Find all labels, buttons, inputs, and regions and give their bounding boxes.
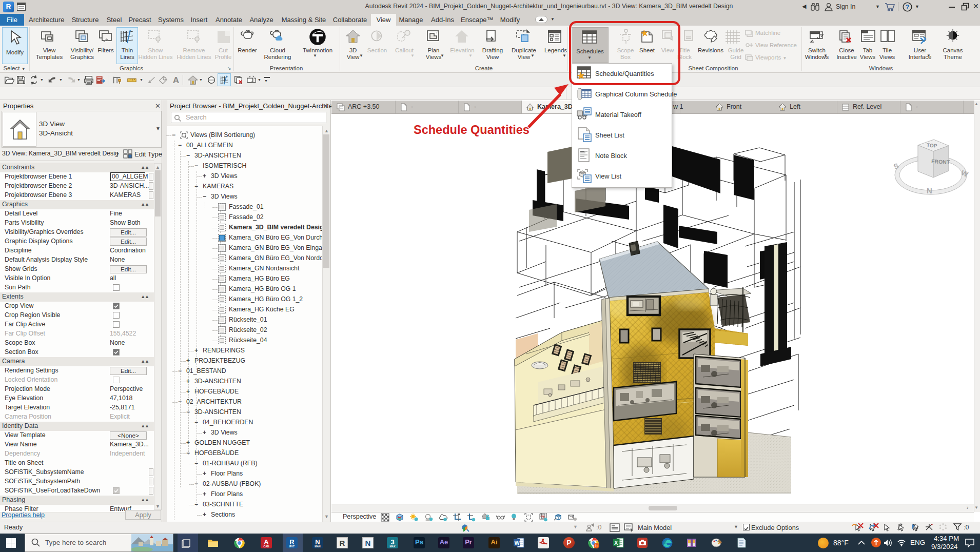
svg-text:X: X: [614, 540, 618, 546]
svg-text:N: N: [927, 186, 932, 195]
svg-text:TOP: TOP: [927, 142, 938, 149]
svg-text:A: A: [173, 75, 180, 85]
svg-text:FRONT: FRONT: [931, 158, 950, 165]
svg-text:W: W: [515, 540, 520, 546]
svg-text:?: ?: [906, 4, 909, 11]
